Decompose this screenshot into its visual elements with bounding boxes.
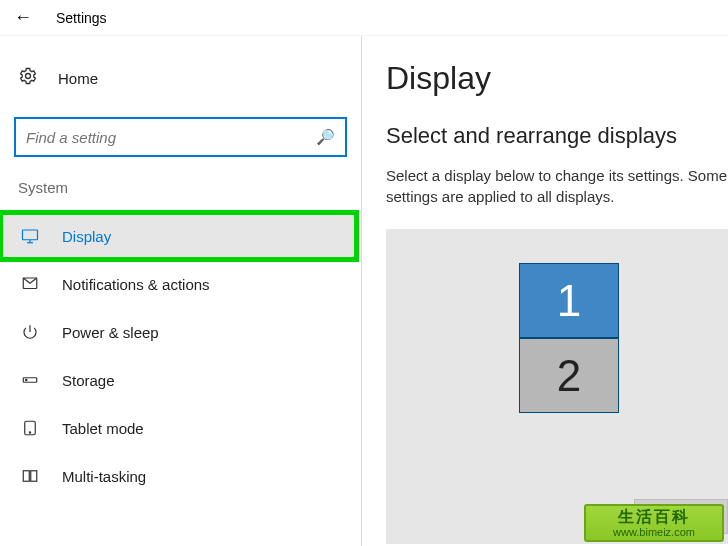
gear-icon xyxy=(18,66,38,91)
titlebar: ← Settings xyxy=(0,0,728,36)
main-content: Display Select and rearrange displays Se… xyxy=(362,36,728,546)
sidebar-item-label: Power & sleep xyxy=(62,324,159,341)
search-box[interactable]: 🔍 xyxy=(14,117,347,157)
sidebar-home[interactable]: Home xyxy=(0,58,361,99)
multitasking-icon xyxy=(20,466,40,486)
monitor-tile-2[interactable]: 2 xyxy=(519,338,619,413)
app-title: Settings xyxy=(56,10,107,26)
svg-point-8 xyxy=(29,432,30,433)
sidebar: Home 🔍 System Display Notifications & ac… xyxy=(0,36,362,546)
svg-rect-9 xyxy=(23,471,29,482)
sidebar-item-multitasking[interactable]: Multi-tasking xyxy=(0,452,361,500)
sidebar-item-label: Tablet mode xyxy=(62,420,144,437)
watermark-badge: 生活百科 www.bimeiz.com xyxy=(584,504,724,542)
svg-point-6 xyxy=(26,379,28,381)
search-container: 🔍 xyxy=(14,117,347,157)
sidebar-item-tablet[interactable]: Tablet mode xyxy=(0,404,361,452)
display-icon xyxy=(20,226,40,246)
sidebar-item-notifications[interactable]: Notifications & actions xyxy=(0,260,361,308)
back-button[interactable]: ← xyxy=(14,7,32,28)
sidebar-item-display[interactable]: Display xyxy=(0,212,357,260)
sidebar-item-label: Display xyxy=(62,228,111,245)
power-icon xyxy=(20,322,40,342)
sidebar-item-label: Multi-tasking xyxy=(62,468,146,485)
section-description: Select a display below to change its set… xyxy=(386,165,728,207)
search-icon: 🔍 xyxy=(316,128,335,146)
watermark-line2: www.bimeiz.com xyxy=(613,526,695,538)
tablet-icon xyxy=(20,418,40,438)
svg-rect-10 xyxy=(31,471,37,482)
storage-icon xyxy=(20,370,40,390)
svg-point-0 xyxy=(26,74,31,79)
sidebar-item-label: Notifications & actions xyxy=(62,276,210,293)
sidebar-item-label: Storage xyxy=(62,372,115,389)
sidebar-home-label: Home xyxy=(58,70,98,87)
page-title: Display xyxy=(386,60,728,97)
search-input[interactable] xyxy=(26,129,304,146)
sidebar-item-storage[interactable]: Storage xyxy=(0,356,361,404)
sidebar-item-power[interactable]: Power & sleep xyxy=(0,308,361,356)
svg-rect-1 xyxy=(23,230,38,240)
monitor-tile-1[interactable]: 1 xyxy=(519,263,619,338)
notifications-icon xyxy=(20,274,40,294)
sidebar-group-label: System xyxy=(0,179,361,196)
section-heading-arrange: Select and rearrange displays xyxy=(386,123,728,149)
display-arrangement-area: 1 2 Identify xyxy=(386,229,728,544)
watermark-line1: 生活百科 xyxy=(618,508,690,526)
